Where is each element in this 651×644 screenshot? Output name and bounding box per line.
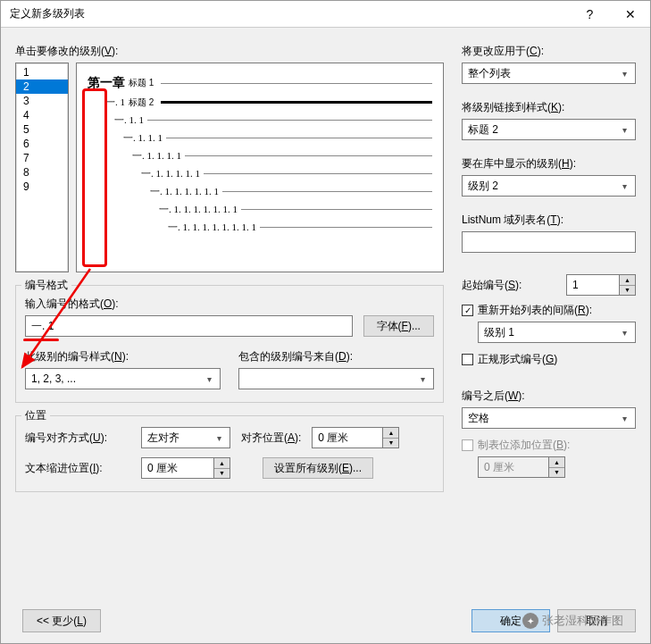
format-input[interactable] [25,315,353,337]
dialog-title: 定义新多级列表 [10,6,85,21]
link-combo[interactable]: 标题 2▾ [462,119,636,140]
restart-checkbox[interactable]: ✓ 重新开始列表的间隔(R): [462,303,636,318]
format-group: 编号格式 输入编号的格式(O): 字体(F)... [15,285,444,403]
gallery-label: 要在库中显示的级别(H): [462,156,636,171]
help-button[interactable]: ? [570,1,610,28]
follow-label: 编号之后(W): [462,389,636,404]
level-item-9[interactable]: 9 [16,180,68,194]
preview-pane: 第一章标题 1一. 1标题 2一. 1. 1一. 1. 1. 1一. 1. 1.… [76,63,444,272]
level-list[interactable]: 123456789 [15,63,69,272]
link-label: 将级别链接到样式(K): [462,100,636,115]
listnum-label: ListNum 域列表名(T): [462,213,636,228]
level-item-4[interactable]: 4 [16,108,68,122]
preview-row: 一. 1标题 2 [88,96,432,109]
align-label: 编号对齐方式(U): [25,431,130,446]
level-item-2[interactable]: 2 [16,79,68,94]
include-combo[interactable]: ▾ [238,368,434,389]
alignat-label: 对齐位置(A): [241,431,301,446]
levels-label: 单击要修改的级别(V): [15,44,444,59]
preview-row: 一. 1. 1. 1. 1. 1. 1. 1 [88,203,432,216]
position-legend: 位置 [21,408,50,423]
textindent-label: 文本缩进位置(I): [25,461,130,476]
include-label: 包含的级别编号来自(D): [238,349,434,364]
cancel-button[interactable]: 取消 [557,609,636,632]
align-combo[interactable]: 左对齐▾ [141,427,230,448]
level-item-8[interactable]: 8 [16,165,68,180]
preview-row: 一. 1. 1. 1 [88,131,432,145]
preview-row: 第一章标题 1 [88,75,432,91]
listnum-input[interactable] [462,231,636,253]
textindent-spinner[interactable]: ▲▼ [141,457,230,479]
start-spinner[interactable]: ▲▼ [566,274,636,296]
restart-combo[interactable]: 级别 1▾ [478,322,636,343]
setall-button[interactable]: 设置所有级别(E)... [263,457,373,479]
follow-combo[interactable]: 空格▾ [462,407,636,429]
preview-row: 一. 1. 1. 1. 1 [88,149,432,163]
start-label: 起始编号(S): [462,278,522,293]
alignat-spinner[interactable]: ▲▼ [312,427,399,448]
format-label: 输入编号的格式(O): [25,297,434,312]
font-button[interactable]: 字体(F)... [363,315,434,337]
preview-row: 一. 1. 1. 1. 1. 1. 1. 1. 1 [88,221,432,234]
close-button[interactable]: ✕ [610,1,650,28]
gallery-combo[interactable]: 级别 2▾ [462,175,636,197]
level-item-5[interactable]: 5 [16,122,68,137]
annotation-underline [23,339,59,341]
level-item-7[interactable]: 7 [16,151,68,165]
level-item-1[interactable]: 1 [16,65,68,79]
level-item-6[interactable]: 6 [16,137,68,151]
tab-checkbox[interactable]: 制表位添加位置(B): [462,438,636,453]
apply-combo[interactable]: 整个列表▾ [462,63,636,84]
less-button[interactable]: << 更少(L) [22,609,101,632]
preview-row: 一. 1. 1. 1. 1. 1 [88,167,432,180]
ok-button[interactable]: 确定 [472,609,550,632]
position-group: 位置 编号对齐方式(U): 左对齐▾ 对齐位置(A): [15,415,444,492]
tab-spinner: ▲▼ [478,456,636,478]
level-item-3[interactable]: 3 [16,94,68,108]
format-legend: 编号格式 [21,278,71,293]
numstyle-label: 此级别的编号样式(N): [25,349,221,364]
titlebar: 定义新多级列表 ? ✕ [1,1,650,28]
preview-row: 一. 1. 1. 1. 1. 1. 1 [88,185,432,198]
numstyle-combo[interactable]: 1, 2, 3, ...▾ [25,368,221,389]
preview-row: 一. 1. 1 [88,113,432,127]
legal-checkbox[interactable]: 正规形式编号(G) [462,352,636,367]
apply-label: 将更改应用于(C): [462,44,636,59]
